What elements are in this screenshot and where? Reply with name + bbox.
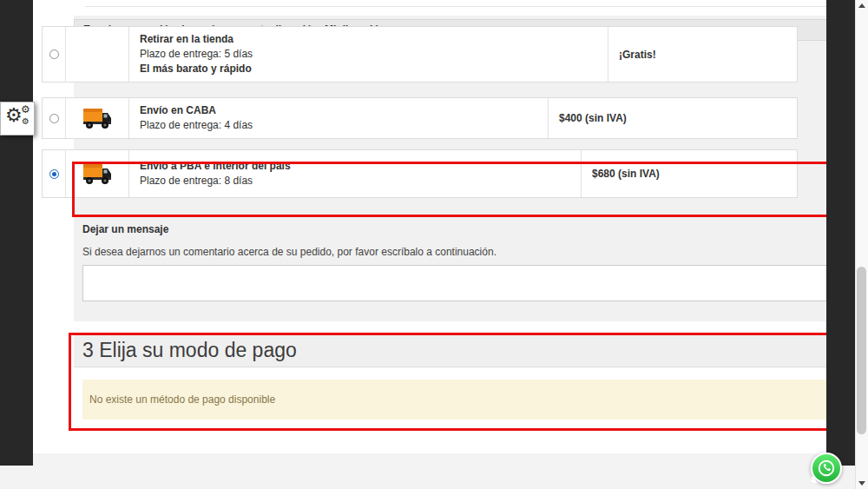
whatsapp-button[interactable] (811, 453, 842, 484)
previous-section-divider (85, 6, 843, 7)
scroll-down-arrow-icon[interactable] (858, 481, 865, 486)
gear-icon: ⚙ (5, 106, 23, 125)
checkout-page: Escoja una opción de envío para esta dir… (33, 0, 826, 453)
carrier-logo-cell-empty (66, 27, 129, 82)
carrier-title: Retirar en la tienda (140, 32, 253, 47)
gear-icon: ⚙ (22, 117, 30, 126)
right-dark-strip (826, 0, 855, 466)
message-hint: Si desea dejarnos un comentario acerca d… (82, 246, 496, 258)
radio-button-checked[interactable] (49, 169, 59, 179)
order-message-textarea[interactable] (82, 265, 838, 301)
carrier-price: $400 (sin IVA) (548, 98, 797, 138)
carrier-title: Envío en CABA (140, 103, 253, 118)
settings-tab-button[interactable]: ⚙ ⚙ ⚙ (0, 102, 35, 135)
radio-button-unchecked[interactable] (49, 114, 59, 123)
radio-button-unchecked[interactable] (49, 50, 59, 59)
carrier-extra: El más barato y rápido (140, 62, 253, 76)
carrier-delay: Plazo de entrega: 5 días (140, 47, 253, 62)
truck-icon (82, 106, 112, 130)
carrier-price: ¡Gratis! (608, 27, 797, 82)
whatsapp-icon (817, 459, 836, 478)
carrier-delay: Plazo de entrega: 4 días (140, 118, 253, 133)
selected-shipping-highlight-box (72, 162, 832, 217)
scroll-up-arrow-icon[interactable] (858, 3, 865, 8)
shipping-option-caba[interactable]: Envío en CABA Plazo de entrega: 4 días $… (42, 97, 798, 139)
scrollbar-thumb[interactable] (857, 267, 866, 434)
payment-section-highlight-box (69, 333, 836, 431)
message-label: Dejar un mensaje (82, 223, 168, 235)
left-dark-strip (0, 0, 33, 466)
gear-icon: ⚙ (21, 104, 30, 115)
shipping-option-pickup[interactable]: Retirar en la tienda Plazo de entrega: 5… (42, 26, 798, 83)
